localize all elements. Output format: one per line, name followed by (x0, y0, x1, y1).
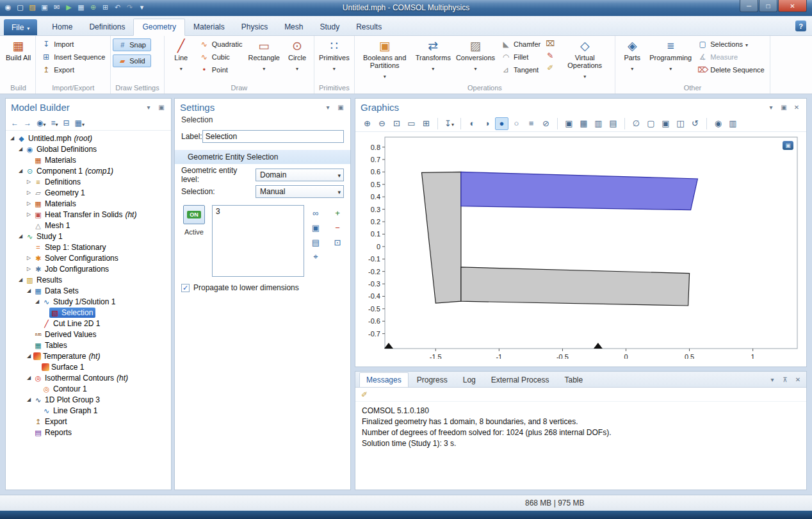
tree-collapsed-arrow[interactable]: ▷ (25, 201, 33, 206)
pin-panel-icon[interactable]: ⊼ (781, 376, 790, 383)
run-icon[interactable]: ▶ (63, 2, 74, 13)
tab-physics[interactable]: Physics (233, 19, 276, 35)
tree-item-untitled-mph[interactable]: ◢◆Untitled.mph(root) (6, 133, 171, 144)
copy-selection-icon[interactable]: ▣ (309, 221, 322, 234)
tab-definitions[interactable]: Definitions (81, 19, 133, 35)
screen-capture-button[interactable]: ▤ (606, 117, 620, 130)
go-to-default-view-button[interactable]: ↧ (443, 117, 456, 130)
export-button[interactable]: ↥Export (38, 63, 108, 76)
plot-in-window-button[interactable]: ▢ (644, 117, 658, 130)
tree-item-data-sets[interactable]: ◢▦Data Sets (6, 285, 171, 296)
undo-icon[interactable]: ↶ (112, 2, 123, 13)
forward-button[interactable]: → (24, 119, 31, 128)
tree-collapsed-arrow[interactable]: ▷ (25, 266, 33, 272)
paste-selection-icon[interactable]: ▤ (309, 236, 322, 249)
messages-tab-external-process[interactable]: External Process (484, 372, 556, 387)
section-geometric-entity-selection[interactable]: Geometric Entity Selection (175, 150, 350, 164)
quadratic-button[interactable]: ∿Quadratic (196, 38, 246, 51)
tree-item-global-definitions[interactable]: ◢◉Global Definitions (6, 144, 171, 154)
hide-objects-button[interactable]: ∅ (629, 117, 643, 130)
tree-item-derived-values[interactable]: 8.85Derived Values (6, 329, 171, 340)
tree-item-cut-line-2d-1[interactable]: ╱Cut Line 2D 1 (6, 318, 171, 329)
panel-menu-icon[interactable]: ▾ (767, 104, 775, 111)
print-button[interactable]: ▥ (726, 117, 740, 130)
tree-item-1d-plot-group-3[interactable]: ◢∿1D Plot Group 3 (6, 394, 171, 405)
chamfer-button[interactable]: ◣Chamfer (498, 38, 544, 51)
model-builder-settings-button[interactable]: ▦ (75, 117, 85, 129)
tree-expanded-arrow[interactable]: ◢ (17, 277, 24, 283)
tree-expanded-arrow[interactable]: ◢ (25, 353, 33, 359)
center-selection-icon[interactable]: ⌖ (309, 251, 322, 263)
tree-item-step-1-stationary[interactable]: =Step 1: Stationary (6, 242, 171, 252)
tab-geometry[interactable]: Geometry (133, 19, 185, 36)
tree-expanded-arrow[interactable]: ◢ (25, 397, 33, 402)
zoom-selected-button[interactable]: ⊞ (419, 117, 433, 130)
node-text-options-button[interactable]: ≡ (51, 117, 58, 129)
customize-toolbar-icon[interactable]: ▾ (136, 2, 147, 13)
tree-item-definitions[interactable]: ▷≡Definitions (6, 176, 171, 187)
tree-expanded-arrow[interactable]: ◢ (17, 146, 24, 152)
panel-menu-icon[interactable]: ▾ (768, 376, 777, 383)
edit-button[interactable]: ✎ (544, 50, 556, 62)
conversions-button[interactable]: ▨Conversions (453, 37, 498, 73)
back-button[interactable]: ← (11, 119, 19, 128)
maximize-button[interactable]: □ (759, 0, 777, 12)
tree-collapsed-arrow[interactable]: ▷ (25, 190, 33, 195)
plot-canvas[interactable]: -1.5-1-0.500.510.80.70.60.50.40.30.20.10… (358, 133, 801, 359)
tree-item-results[interactable]: ◢▥Results (6, 274, 171, 285)
messages-tab-progress[interactable]: Progress (410, 372, 455, 387)
reset-desktop-icon[interactable]: ⊞ (100, 2, 111, 13)
tree-item-mesh-1[interactable]: △Mesh 1 (6, 220, 171, 231)
layers-button[interactable]: ≡ (524, 117, 538, 130)
selection-list[interactable]: 3 (212, 205, 304, 277)
tree-item-isothermal-contours[interactable]: ◢◎Isothermal Contours(ht) (6, 372, 171, 383)
close-panel-icon[interactable]: ✕ (792, 104, 801, 111)
sketch-button[interactable]: ✐ (544, 62, 556, 74)
cubic-button[interactable]: ∿Cubic (196, 51, 246, 63)
tree-item-geometry-1[interactable]: ▷▱Geometry 1 (6, 187, 171, 198)
select-box-icon[interactable]: ⊡ (331, 236, 344, 249)
tree-collapsed-arrow[interactable]: ▷ (25, 255, 33, 261)
selection-list-item[interactable]: 3 (213, 206, 303, 217)
tree-item-materials[interactable]: ▷▦Materials (6, 198, 171, 209)
reset-view-button[interactable]: ↺ (688, 117, 702, 130)
tree-item-study-1[interactable]: ◢∿Study 1 (6, 231, 171, 242)
programming-button[interactable]: ≡Programming (647, 37, 694, 73)
fillet-button[interactable]: ◠Fillet (498, 51, 544, 63)
delete-sequence-button[interactable]: ⌦Delete Sequence (694, 63, 767, 76)
panel-menu-icon[interactable]: ▾ (144, 104, 153, 111)
line-button[interactable]: ╱Line (166, 37, 196, 73)
delete-button[interactable]: ⌧ (544, 38, 556, 50)
tree-collapsed-arrow[interactable]: ▷ (25, 179, 33, 185)
tree-item-reports[interactable]: ▤Reports (6, 427, 171, 438)
comsol-logo-icon[interactable]: ◉ (3, 2, 13, 13)
tangent-button[interactable]: ⊿Tangent (498, 63, 544, 76)
surface-rendering-button[interactable]: ● (495, 117, 508, 130)
copy-image-button[interactable]: ▥ (592, 117, 605, 130)
messages-tab-log[interactable]: Log (456, 372, 483, 387)
tree-item-line-graph-1[interactable]: ∿Line Graph 1 (6, 405, 171, 416)
zoom-in-button[interactable]: ⊕ (361, 117, 374, 130)
snap-toggle[interactable]: #Snap (113, 38, 151, 51)
mail-icon[interactable]: ✉ (51, 2, 62, 13)
insert-sequence-button[interactable]: ⊞Insert Sequence (38, 51, 108, 63)
new-file-icon[interactable]: ▢ (15, 2, 26, 13)
import-button[interactable]: ↧Import (38, 38, 108, 51)
scene-color-button[interactable]: ◐ (466, 117, 479, 130)
tab-results[interactable]: Results (348, 19, 390, 35)
disable-rendering-button[interactable]: ⊘ (539, 117, 553, 130)
tree-expanded-arrow[interactable]: ◢ (25, 375, 33, 381)
redo-icon[interactable]: ↷ (124, 2, 135, 13)
tree-item-export[interactable]: ↥Export (6, 416, 171, 427)
messages-tab-messages[interactable]: Messages (359, 372, 409, 387)
virtual-operations-button[interactable]: ◇Virtual Operations (556, 37, 613, 81)
domain-3-selected-top-beam[interactable] (461, 172, 698, 210)
tree-item-job-configurations[interactable]: ▷✱Job Configurations (6, 263, 171, 274)
view-navigator-icon[interactable]: ▣ (783, 141, 793, 150)
zoom-extents-button[interactable]: ⊡ (390, 117, 403, 130)
tree-expanded-arrow[interactable]: ◢ (17, 168, 24, 174)
image-snapshot-button[interactable]: ▣ (562, 117, 576, 130)
tree-item-surface-1[interactable]: Surface 1 (6, 361, 171, 372)
parts-button[interactable]: ◈Parts (617, 37, 647, 73)
zoom-update-icon[interactable]: ⊕ (88, 2, 99, 13)
